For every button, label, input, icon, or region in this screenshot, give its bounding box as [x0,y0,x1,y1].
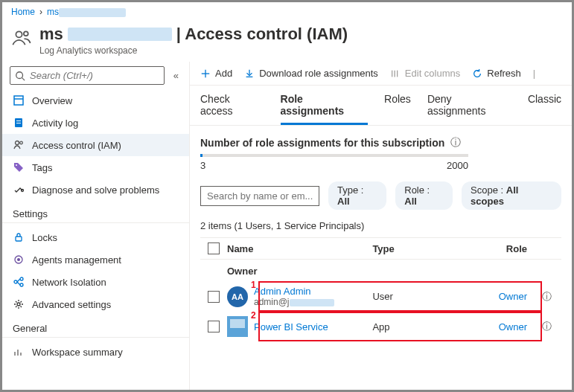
page-header: ms | Access control (IAM) Log Analytics … [2,22,572,62]
page-subtitle: Log Analytics workspace [39,45,348,56]
command-bar: Add Download role assignments Edit colum… [190,62,572,86]
filter-role[interactable]: Role : All [395,181,453,210]
toolbar-separator: | [533,68,535,79]
sidebar-item-access-control[interactable]: Access control (IAM) [2,134,189,156]
svg-point-21 [17,303,20,306]
info-icon[interactable]: ⓘ [542,291,552,302]
sidebar-item-label: Activity log [32,118,78,129]
sidebar-item-label: Workspace summary [32,347,123,358]
sidebar-item-label: Locks [32,232,57,243]
sidebar-item-label: Tags [32,162,52,173]
sidebar-section-general: General [2,315,189,338]
breadcrumb-current[interactable]: ms [47,7,126,17]
title-suffix: | Access control (IAM) [176,25,348,44]
app-tile-icon [227,316,248,337]
chart-icon [13,346,25,358]
svg-rect-7 [16,121,21,121]
sidebar-item-locks[interactable]: Locks [2,226,189,248]
group-owner: Owner [200,260,561,281]
download-button[interactable]: Download role assignments [244,68,378,79]
svg-line-20 [17,282,20,285]
principal-link[interactable]: Admin Admin [254,286,311,297]
sidebar-search[interactable] [10,66,165,85]
tab-roles[interactable]: Roles [384,93,411,125]
people-icon [11,28,32,48]
svg-point-2 [16,71,23,78]
edit-columns-button: Edit columns [390,68,460,79]
download-icon [244,68,255,79]
svg-point-17 [20,277,23,280]
quota-label: Number of role assignments for this subs… [200,137,444,149]
svg-point-0 [16,31,22,37]
sidebar-item-activity-log[interactable]: Activity log [2,112,189,134]
sidebar-item-label: Advanced settings [32,299,111,310]
svg-rect-4 [14,96,23,105]
lock-icon [13,231,25,243]
collapse-sidebar-button[interactable]: « [170,67,182,84]
sidebar-item-diagnose[interactable]: Diagnose and solve problems [2,179,189,201]
sidebar-item-advanced[interactable]: Advanced settings [2,293,189,315]
breadcrumb-home[interactable]: Home [11,7,35,17]
refresh-button[interactable]: Refresh [472,68,521,79]
tab-deny-assignments[interactable]: Deny assignments [427,93,511,125]
svg-rect-8 [16,123,21,123]
refresh-label: Refresh [487,68,521,79]
row-checkbox[interactable] [208,291,220,303]
tab-role-assignments[interactable]: Role assignments [281,93,369,125]
network-icon [13,276,25,288]
svg-point-10 [20,141,23,144]
add-button[interactable]: Add [200,68,232,79]
overview-icon [13,94,25,106]
add-label: Add [215,68,232,79]
filter-row: Type : All Role : All Scope : All scopes [200,181,561,210]
sidebar-item-label: Access control (IAM) [32,140,121,151]
main-content: Add Download role assignments Edit colum… [190,62,572,392]
quota-bar [200,154,468,157]
select-all-checkbox[interactable] [208,242,220,254]
filter-type[interactable]: Type : All [328,181,386,210]
info-icon[interactable]: ⓘ [450,136,461,150]
sidebar-item-workspace-summary[interactable]: Workspace summary [2,341,189,363]
sidebar-item-overview[interactable]: Overview [2,89,189,112]
tab-check-access[interactable]: Check access [200,93,264,125]
svg-point-1 [24,31,28,36]
principal-type: App [372,321,463,332]
sidebar-item-network[interactable]: Network Isolation [2,271,189,293]
sidebar-item-agents[interactable]: Agents management [2,248,189,271]
svg-point-18 [20,283,23,286]
col-role[interactable]: Role [464,243,542,254]
quota-values: 3 2000 [200,160,468,171]
sidebar-item-tags[interactable]: Tags [2,156,189,179]
filter-search-input[interactable] [200,186,319,206]
principal-link[interactable]: Power BI Service [254,321,328,332]
sidebar-item-label: Diagnose and solve problems [32,184,159,196]
search-input[interactable] [30,70,159,81]
title-prefix: ms [39,25,63,44]
role-link[interactable]: Owner [499,291,527,302]
svg-rect-13 [16,237,22,241]
svg-point-16 [14,280,17,283]
people-icon [13,139,25,151]
gear-icon [13,298,25,310]
agents-icon [13,254,25,266]
svg-point-11 [16,164,17,166]
breadcrumb-current-prefix: ms [47,7,59,17]
row-checkbox[interactable] [208,321,220,332]
download-label: Download role assignments [259,68,378,79]
col-name[interactable]: Name [227,243,372,254]
plus-icon [200,68,211,79]
tab-classic[interactable]: Classic [528,93,561,125]
log-icon [13,117,25,129]
svg-point-9 [16,141,19,145]
items-count: 2 items (1 Users, 1 Service Principals) [200,220,561,231]
role-link[interactable]: Owner [499,321,527,332]
filter-scope[interactable]: Scope : All scopes [462,181,561,210]
quota-max: 2000 [447,160,468,171]
col-type[interactable]: Type [372,243,463,254]
sidebar-item-label: Agents management [32,254,121,266]
principal-email: admin@j [254,297,334,307]
diagnose-icon [13,184,25,196]
redacted-text [59,8,126,17]
avatar: AA [227,286,248,307]
info-icon[interactable]: ⓘ [542,321,552,332]
